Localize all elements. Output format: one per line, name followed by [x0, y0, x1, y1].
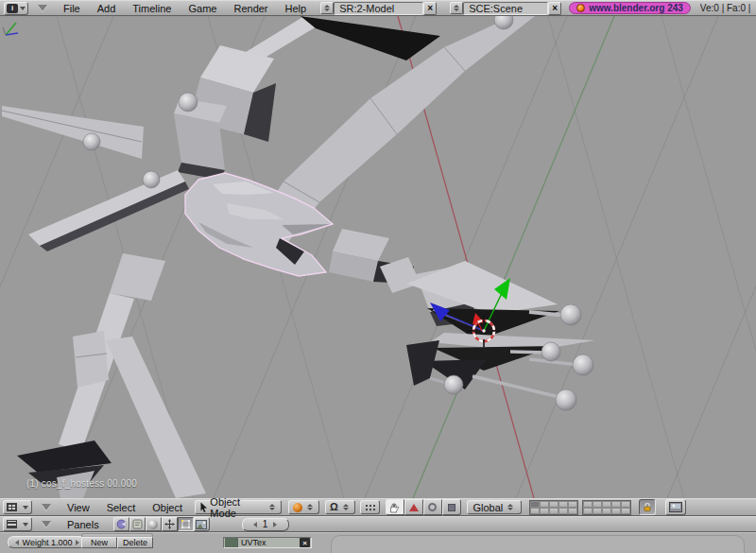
screen-close-button[interactable]: × — [423, 2, 437, 15]
viewport-canvas[interactable] — [0, 16, 756, 498]
uvtex-name: UVTex — [241, 538, 300, 547]
layer-cell[interactable] — [540, 508, 549, 514]
screen-browse-button[interactable] — [320, 2, 334, 14]
increment-icon — [76, 540, 79, 545]
orientation-dropdown[interactable]: Global — [467, 500, 522, 514]
updown-icon — [454, 5, 459, 11]
header-collapse-icon[interactable] — [38, 5, 47, 11]
menu-file[interactable]: File — [55, 3, 89, 14]
buttons-editor-icon — [7, 520, 17, 528]
uvtex-delete-button[interactable]: × — [300, 538, 310, 547]
scale-manipulator-button[interactable] — [442, 499, 461, 515]
scene-name-field[interactable]: SCE:Scene — [463, 2, 548, 15]
script-icon — [132, 519, 143, 529]
move-centers-button[interactable] — [360, 500, 380, 514]
layer-cell[interactable] — [593, 508, 602, 514]
menu-add[interactable]: Add — [89, 3, 125, 14]
editing-context-button[interactable] — [178, 517, 194, 531]
rotate-circle-icon — [428, 503, 437, 511]
header-collapse-icon[interactable] — [42, 521, 51, 527]
manipulator-toggles — [386, 499, 461, 515]
header-collapse-icon[interactable] — [42, 504, 51, 510]
editing-square-icon — [180, 519, 191, 529]
menu-render[interactable]: Render — [225, 3, 276, 14]
editor-type-button[interactable] — [3, 500, 32, 514]
menu-object[interactable]: Object — [144, 502, 191, 513]
context-buttons — [113, 517, 210, 531]
translate-manipulator-button[interactable] — [404, 499, 423, 515]
layer-cell[interactable] — [549, 508, 558, 514]
view3d-header: View Select Object Object Mode Ω — [0, 498, 756, 516]
menu-game[interactable]: Game — [180, 3, 225, 14]
layer-cell[interactable] — [568, 501, 577, 508]
layer-cell[interactable] — [558, 501, 568, 508]
info-header: i File Add Timeline Game Render Help SR:… — [0, 0, 756, 16]
panels-menu[interactable]: Panels — [59, 519, 108, 530]
draw-type-dropdown[interactable] — [288, 500, 319, 514]
layer-cell[interactable] — [549, 501, 558, 508]
vertex-group-delete-button[interactable]: Delete — [117, 537, 153, 548]
menu-timeline[interactable]: Timeline — [124, 3, 180, 14]
editor-type-button[interactable] — [3, 517, 32, 531]
object-context-button[interactable] — [162, 517, 178, 531]
menu-help[interactable]: Help — [277, 3, 316, 14]
hand-icon — [388, 502, 401, 513]
mode-dropdown[interactable]: Object Mode — [195, 500, 282, 514]
scene-selector: SCE:Scene × — [450, 2, 561, 15]
window-type-button[interactable]: i — [4, 2, 28, 15]
manipulator-hand-button[interactable] — [386, 499, 404, 515]
scene-image-icon — [196, 520, 207, 529]
blender-logo-icon — [576, 4, 585, 12]
vertex-group-new-button[interactable]: New — [81, 537, 117, 548]
link-materials-panel — [331, 535, 745, 553]
layer-cell[interactable] — [611, 508, 621, 514]
uvtex-field[interactable]: UVTex × — [223, 537, 312, 548]
render-preview-button[interactable] — [665, 499, 686, 515]
logic-context-button[interactable] — [113, 517, 129, 531]
mini-axes-gizmo — [0, 16, 23, 39]
layer-cell[interactable] — [558, 508, 568, 514]
layer-cell[interactable] — [568, 508, 577, 514]
layer-cell[interactable] — [530, 508, 540, 514]
version-label: www.blender.org 243 — [589, 3, 683, 13]
scene-stats: Ve:0 | Fa:0 | Ob:1-0 | La:0 | Mem:1 — [700, 3, 753, 13]
screen-name-field[interactable]: SR:2-Model — [334, 2, 423, 15]
scene-context-button[interactable] — [194, 517, 210, 531]
layer-cell[interactable] — [540, 501, 549, 508]
weight-slider[interactable]: Weight 1.000 — [8, 536, 87, 548]
pivot-dropdown[interactable]: Ω — [325, 500, 355, 514]
shading-context-button[interactable] — [146, 517, 162, 531]
translate-triangle-icon — [409, 504, 419, 511]
updown-icon — [307, 504, 313, 510]
object-mode-icon — [199, 502, 207, 512]
scene-browse-button[interactable] — [450, 2, 463, 14]
layer-cell[interactable] — [583, 508, 593, 514]
mode-label: Object Mode — [210, 496, 265, 519]
layer-cell[interactable] — [593, 501, 602, 508]
vertex-group-panel: New Delete — [81, 533, 153, 548]
script-context-button[interactable] — [129, 517, 146, 531]
layer-cell[interactable] — [602, 501, 611, 508]
layer-cell[interactable] — [621, 501, 630, 508]
layer-cell[interactable] — [621, 508, 630, 514]
layer-cell[interactable] — [602, 508, 611, 514]
updown-icon — [343, 504, 349, 510]
frame-number-field[interactable]: 1 — [242, 518, 289, 531]
padlock-icon — [643, 502, 652, 512]
scene-close-button[interactable]: × — [548, 2, 561, 15]
menu-view[interactable]: View — [59, 502, 98, 513]
rotate-manipulator-button[interactable] — [423, 499, 442, 515]
menu-select[interactable]: Select — [98, 502, 145, 513]
layer-cell[interactable] — [583, 501, 593, 508]
lock-layers-button[interactable] — [639, 499, 656, 515]
object-arrows-icon — [164, 519, 175, 529]
view3d-editor-icon — [7, 503, 17, 511]
pivot-rotation-icon: Ω — [330, 502, 338, 512]
viewport-3d[interactable]: (1) cos_f_hostess 00.000 — [0, 16, 756, 498]
version-banner[interactable]: www.blender.org 243 — [569, 2, 691, 14]
layer-1[interactable] — [530, 501, 540, 508]
frame-value: 1 — [263, 519, 268, 529]
centers-dots-icon — [364, 503, 376, 511]
layer-cell[interactable] — [611, 501, 621, 508]
active-object-info: (1) cos_f_hostess 00.000 — [26, 478, 137, 489]
